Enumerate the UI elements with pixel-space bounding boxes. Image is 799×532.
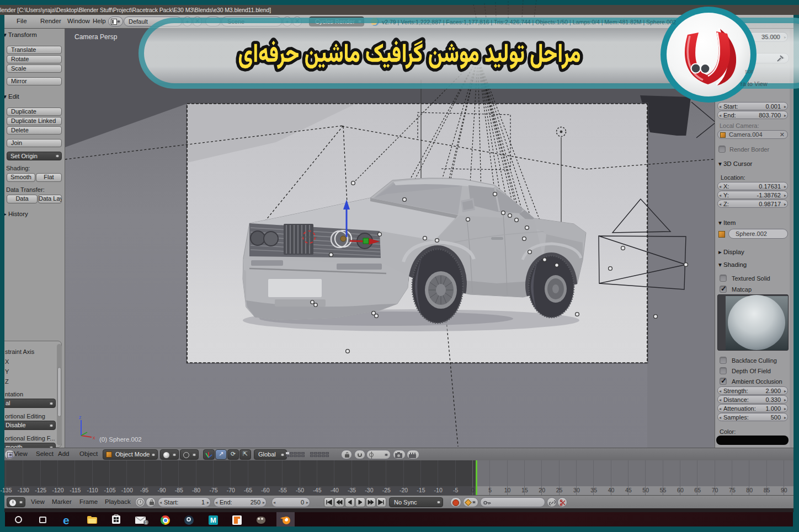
svg-text:(0) Sphere.002: (0) Sphere.002 bbox=[99, 436, 142, 443]
svg-text:x: x bbox=[93, 435, 95, 440]
svg-text:z: z bbox=[79, 415, 82, 420]
